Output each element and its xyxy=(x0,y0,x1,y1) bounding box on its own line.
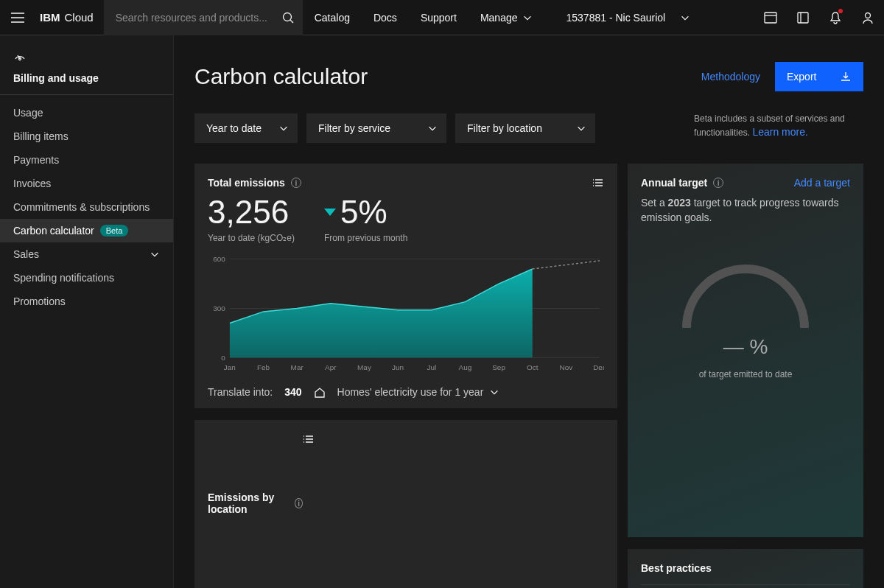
svg-text:Feb: Feb xyxy=(257,363,270,371)
user-icon xyxy=(861,11,874,24)
sidebar-item-promotions[interactable]: Promotions xyxy=(0,290,173,313)
top-nav: Catalog Docs Support Manage xyxy=(303,0,544,35)
world-map[interactable] xyxy=(208,581,604,588)
target-body: Set a 2023 target to track progress towa… xyxy=(641,196,850,225)
filter-date[interactable]: Year to date xyxy=(194,113,298,143)
svg-text:Dec: Dec xyxy=(593,363,604,371)
total-emissions-card: Total emissions i 3,256 Year to date (kg… xyxy=(194,164,617,408)
bp-item[interactable]: ✦ Compress your data Save carbon by redu… xyxy=(641,584,850,588)
emissions-value: 3,256 xyxy=(208,196,295,228)
nav-catalog[interactable]: Catalog xyxy=(303,0,362,35)
chevron-down-icon xyxy=(576,123,586,133)
hamburger-icon xyxy=(11,13,24,23)
sidebar-item-spending-notifications[interactable]: Spending notifications xyxy=(0,266,173,290)
svg-text:Jun: Jun xyxy=(392,363,404,371)
nav-manage[interactable]: Manage xyxy=(469,0,544,35)
user-avatar[interactable] xyxy=(852,0,884,35)
chevron-down-icon xyxy=(278,123,289,133)
menu-toggle[interactable] xyxy=(0,0,35,35)
location-title: Emissions by location xyxy=(208,491,289,515)
svg-text:May: May xyxy=(357,363,371,371)
brand-light: Cloud xyxy=(65,11,94,24)
svg-text:Apr: Apr xyxy=(325,363,337,371)
emissions-title: Total emissions xyxy=(208,177,285,189)
svg-text:Nov: Nov xyxy=(560,363,573,371)
list-icon[interactable] xyxy=(592,177,604,189)
svg-text:Aug: Aug xyxy=(459,363,472,371)
target-title: Annual target xyxy=(641,177,707,189)
list-icon[interactable] xyxy=(303,433,604,573)
sidebar-item-carbon-calculator[interactable]: Carbon calculator Beta xyxy=(0,219,173,242)
sidebar-item-payments[interactable]: Payments xyxy=(0,148,173,172)
gauge-sub: of target emitted to date xyxy=(699,369,793,379)
account-label: 1537881 - Nic Sauriol xyxy=(566,12,666,24)
translate-value: 340 xyxy=(284,386,301,398)
svg-text:Jan: Jan xyxy=(224,363,236,371)
svg-text:0: 0 xyxy=(221,354,225,362)
emissions-delta: 5% xyxy=(340,196,387,228)
meter-icon xyxy=(13,49,27,62)
shell-icon-1[interactable] xyxy=(754,0,787,35)
info-icon[interactable]: i xyxy=(713,178,723,188)
nav-support[interactable]: Support xyxy=(409,0,469,35)
svg-text:Oct: Oct xyxy=(527,363,539,371)
svg-text:600: 600 xyxy=(213,256,225,264)
svg-point-3 xyxy=(866,13,871,18)
trend-down-icon xyxy=(324,209,336,216)
catalog-icon xyxy=(796,11,810,24)
global-search[interactable]: Search resources and products... xyxy=(104,0,303,35)
bp-title: Best practices xyxy=(641,562,712,574)
search-placeholder: Search resources and products... xyxy=(116,12,267,24)
sidebar-item-usage[interactable]: Usage xyxy=(0,101,173,125)
sidebar-item-billing-items[interactable]: Billing items xyxy=(0,125,173,148)
sidebar-item-sales[interactable]: Sales xyxy=(0,242,173,266)
svg-text:300: 300 xyxy=(213,304,225,312)
svg-point-0 xyxy=(283,13,291,21)
header-icons xyxy=(754,0,884,35)
sidebar-item-invoices[interactable]: Invoices xyxy=(0,172,173,195)
nav-docs[interactable]: Docs xyxy=(362,0,409,35)
export-button[interactable]: Export xyxy=(775,62,863,91)
brand[interactable]: IBM Cloud xyxy=(35,11,104,24)
beta-badge: Beta xyxy=(100,225,129,237)
brand-bold: IBM xyxy=(40,11,60,24)
shell-icon-2[interactable] xyxy=(787,0,819,35)
info-icon[interactable]: i xyxy=(291,178,301,188)
console-icon xyxy=(764,11,777,24)
sidebar: Billing and usage Usage Billing items Pa… xyxy=(0,35,174,588)
target-gauge: — % of target emitted to date xyxy=(641,254,850,379)
svg-text:Sep: Sep xyxy=(492,363,505,371)
download-icon xyxy=(840,71,852,83)
gauge-value: — % xyxy=(723,335,768,359)
chevron-down-icon xyxy=(680,13,690,23)
emissions-by-location-card: Emissions by location i xyxy=(194,420,617,588)
svg-rect-2 xyxy=(798,13,808,23)
emissions-delta-sub: From previous month xyxy=(324,233,407,243)
sidebar-item-commitments[interactable]: Commitments & subscriptions xyxy=(0,195,173,219)
chevron-down-icon xyxy=(522,13,533,23)
filter-service[interactable]: Filter by service xyxy=(306,113,446,143)
notification-dot xyxy=(838,9,843,13)
svg-rect-1 xyxy=(765,13,776,23)
account-switcher[interactable]: 1537881 - Nic Sauriol xyxy=(544,0,706,35)
chevron-down-icon xyxy=(427,123,438,133)
emissions-sub: Year to date (kgCO₂e) xyxy=(208,233,295,243)
filter-location[interactable]: Filter by location xyxy=(455,113,595,143)
page-title: Carbon calculator xyxy=(194,64,368,89)
svg-text:Mar: Mar xyxy=(291,363,304,371)
best-practices-card: Best practices ✦ Compress your data Save… xyxy=(628,549,863,588)
home-icon xyxy=(314,386,326,398)
notifications[interactable] xyxy=(819,0,852,35)
search-icon xyxy=(282,12,294,24)
beta-note: Beta includes a subset of services and f… xyxy=(694,113,863,139)
gauge-arc-icon xyxy=(672,254,819,335)
learn-more-link[interactable]: Learn more. xyxy=(752,126,807,138)
info-icon[interactable]: i xyxy=(295,498,303,508)
translate-unit-dropdown[interactable]: Homes' electricity use for 1 year xyxy=(337,386,500,398)
methodology-link[interactable]: Methodology xyxy=(701,71,760,83)
add-target-link[interactable]: Add a target xyxy=(794,177,850,189)
sidebar-section-title: Billing and usage xyxy=(0,69,173,95)
chevron-down-icon xyxy=(150,249,160,259)
main-content: Carbon calculator Methodology Export Yea… xyxy=(174,35,884,588)
annual-target-card: Annual target i Add a target Set a 2023 … xyxy=(628,164,863,537)
